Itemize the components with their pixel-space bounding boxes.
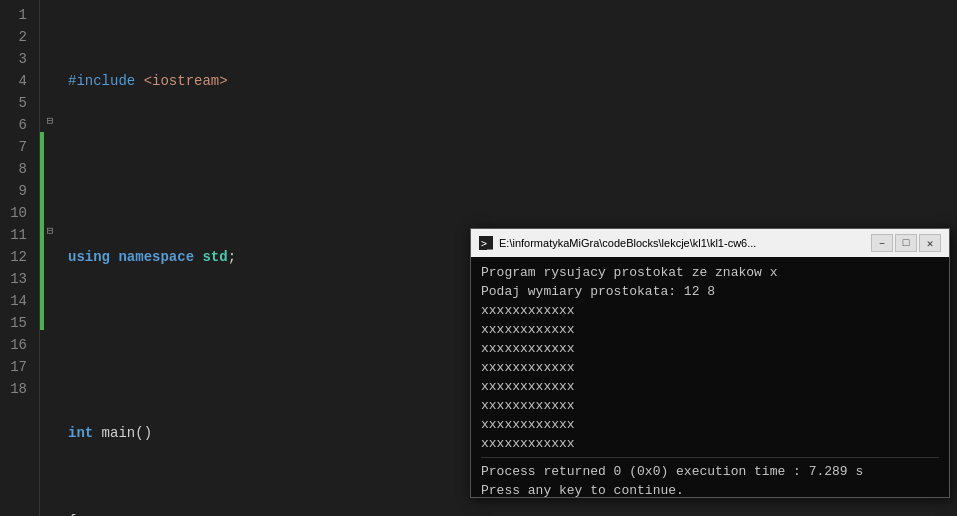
terminal-status: Process returned 0 (0x0) execution time … xyxy=(481,462,939,481)
terminal-output-line-2: Podaj wymiary prostokata: 12 8 xyxy=(481,282,939,301)
terminal-window: >_ E:\informatykaMiGra\codeBlocks\lekcje… xyxy=(470,228,950,498)
terminal-output-line-7: xxxxxxxxxxxx xyxy=(481,377,939,396)
gutter: ⊟ ⊟ xyxy=(40,0,60,516)
terminal-minimize-button[interactable]: – xyxy=(871,234,893,252)
terminal-output-line-5: xxxxxxxxxxxx xyxy=(481,339,939,358)
collapse-11[interactable]: ⊟ xyxy=(40,220,60,242)
svg-text:>_: >_ xyxy=(481,238,493,250)
terminal-maximize-button[interactable]: □ xyxy=(895,234,917,252)
terminal-separator xyxy=(481,457,939,458)
line-numbers: 1 2 3 4 5 6 7 8 9 10 11 12 13 14 15 16 1… xyxy=(0,0,40,516)
terminal-output-line-4: xxxxxxxxxxxx xyxy=(481,320,939,339)
terminal-app-icon: >_ xyxy=(479,236,493,250)
code-line-1: #include <iostream> xyxy=(68,70,957,92)
terminal-output-line-8: xxxxxxxxxxxx xyxy=(481,396,939,415)
code-line-6: { xyxy=(68,510,957,516)
terminal-titlebar: >_ E:\informatykaMiGra\codeBlocks\lekcje… xyxy=(471,229,949,257)
terminal-prompt: Press any key to continue. xyxy=(481,481,939,497)
terminal-body: Program rysujacy prostokat ze znakow x P… xyxy=(471,257,949,497)
collapse-6[interactable]: ⊟ xyxy=(40,110,60,132)
terminal-output-line-10: xxxxxxxxxxxx xyxy=(481,434,939,453)
terminal-output-line-1: Program rysujacy prostokat ze znakow x xyxy=(481,263,939,282)
terminal-output-line-9: xxxxxxxxxxxx xyxy=(481,415,939,434)
terminal-window-buttons: – □ ✕ xyxy=(871,234,941,252)
terminal-output-line-3: xxxxxxxxxxxx xyxy=(481,301,939,320)
terminal-close-button[interactable]: ✕ xyxy=(919,234,941,252)
terminal-title: E:\informatykaMiGra\codeBlocks\lekcje\kl… xyxy=(499,237,871,249)
code-line-2 xyxy=(68,158,957,180)
terminal-output-line-6: xxxxxxxxxxxx xyxy=(481,358,939,377)
